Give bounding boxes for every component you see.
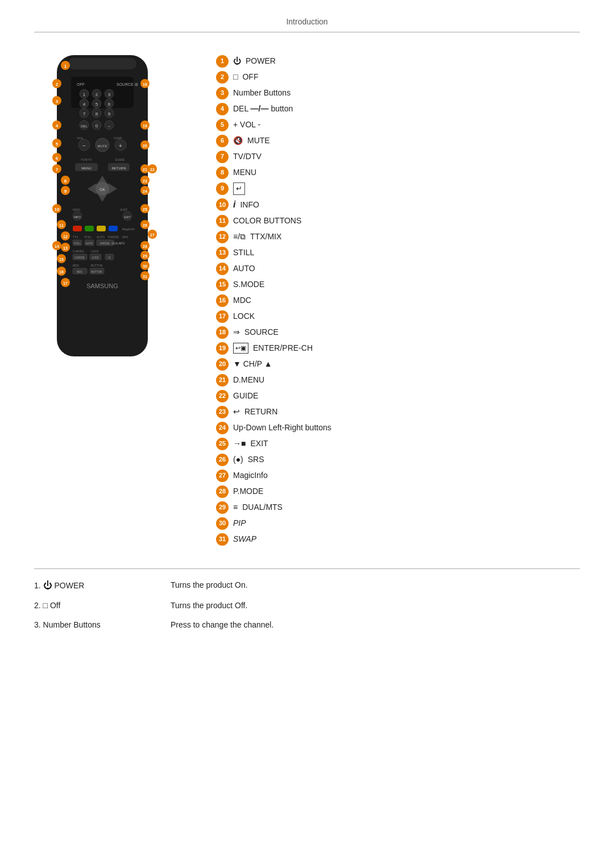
svg-text:11: 11 <box>59 223 64 227</box>
badge-16: 16 <box>216 294 229 307</box>
svg-text:STILL: STILL <box>74 242 81 245</box>
list-item: 23 ↩ RETURN <box>216 406 580 418</box>
svg-text:BUTTON: BUTTON <box>92 271 102 273</box>
badge-2: 2 <box>216 71 229 84</box>
svg-text:19: 19 <box>143 124 147 128</box>
list-item: 28 P.MODE <box>216 485 580 498</box>
svg-text:OFF: OFF <box>77 82 85 86</box>
list-item: 24 Up-Down Left-Right buttons <box>216 422 580 434</box>
label-text-20: ▼ CH/P ▲ <box>233 359 272 370</box>
svg-text:31: 31 <box>143 275 147 279</box>
list-item: 15 S.MODE <box>216 279 580 291</box>
list-item: 6 🔇 MUTE <box>216 135 580 147</box>
desc-item-1: 1. ⏻ POWER Turns the product On. <box>34 580 580 591</box>
badge-28: 28 <box>216 485 229 498</box>
badge-17: 17 <box>216 310 229 323</box>
svg-text:8: 8 <box>64 178 67 184</box>
label-text-27: MagicInfo <box>233 470 268 481</box>
svg-text:5: 5 <box>56 142 59 147</box>
svg-text:DEL: DEL <box>81 124 88 128</box>
svg-text:26: 26 <box>143 223 147 227</box>
badge-11: 11 <box>216 215 229 227</box>
label-icon-1: ⏻ <box>233 56 241 67</box>
badge-29: 29 <box>216 501 229 514</box>
svg-text:9: 9 <box>64 189 67 194</box>
badge-20: 20 <box>216 358 229 371</box>
svg-text:MDC: MDC <box>77 271 83 273</box>
desc-label-text-1: POWER <box>54 581 84 590</box>
svg-text:17: 17 <box>63 281 68 285</box>
list-item: 31 SWAP <box>216 533 580 546</box>
label-text-30: PIP <box>233 518 246 529</box>
list-item: 18 ⇒ SOURCE <box>216 326 580 339</box>
label-text-24: Up-Down Left-Right buttons <box>233 422 331 434</box>
label-text-14: AUTO <box>233 263 255 275</box>
svg-text:RETURN: RETURN <box>112 167 126 170</box>
svg-text:P.MODE: P.MODE <box>108 235 119 239</box>
badge-26: 26 <box>216 454 229 466</box>
svg-text:LOCK: LOCK <box>91 250 99 253</box>
svg-text:25: 25 <box>143 207 147 211</box>
label-text-10: INFO <box>240 200 259 211</box>
label-text-2: OFF <box>242 72 258 83</box>
svg-text:9: 9 <box>108 111 111 117</box>
label-text-8: MENU <box>233 167 256 178</box>
label-icon-26: (●) <box>233 454 243 466</box>
list-item: 3 Number Buttons <box>216 87 580 99</box>
svg-text:MUTE: MUTE <box>98 144 107 148</box>
svg-text:12: 12 <box>63 235 68 239</box>
list-item: 14 AUTO <box>216 263 580 275</box>
svg-text:27: 27 <box>150 233 155 237</box>
svg-text:14: 14 <box>55 244 59 248</box>
label-text-11: COLOR BUTTONS <box>233 215 301 227</box>
svg-text:BUTTON: BUTTON <box>91 264 103 267</box>
badge-22: 22 <box>216 390 229 402</box>
label-icon-10: i <box>233 198 235 211</box>
svg-text:AUTO: AUTO <box>86 242 93 245</box>
badge-19: 19 <box>216 342 229 355</box>
labels-list: 1 ⏻ POWER 2 □ OFF 3 Number Buttons 4 DEL… <box>216 49 580 546</box>
list-item: 1 ⏻ POWER <box>216 55 580 68</box>
badge-7: 7 <box>216 151 229 163</box>
svg-text:5: 5 <box>96 102 98 107</box>
page-header: Introduction <box>34 17 580 32</box>
svg-text:TTX: TTX <box>73 235 78 239</box>
label-text-18: SOURCE <box>244 327 279 338</box>
list-item: 2 □ OFF <box>216 71 580 84</box>
badge-21: 21 <box>216 374 229 387</box>
svg-rect-55 <box>73 226 82 231</box>
badge-10: 10 <box>216 198 229 211</box>
label-text-13: STILL <box>233 247 254 259</box>
desc-num-2: 2. <box>34 601 43 610</box>
svg-text:15: 15 <box>59 258 64 261</box>
svg-text:0: 0 <box>96 123 98 128</box>
label-text-29: DUAL/MTS <box>242 502 283 513</box>
label-text-5: + VOL - <box>233 119 260 131</box>
svg-text:10: 10 <box>55 207 60 212</box>
svg-text:3: 3 <box>108 92 111 97</box>
list-item: 5 + VOL - <box>216 119 580 131</box>
list-item: 9 ↵ <box>216 182 580 195</box>
svg-text:13: 13 <box>63 246 68 250</box>
svg-text:2: 2 <box>96 92 98 97</box>
svg-text:SRS: SRS <box>122 235 128 239</box>
page-container: Introduction OFF SOURCE ⊞ 1 2 <box>0 0 614 652</box>
label-text-4: DEL —/— button <box>233 103 293 115</box>
label-icon-29: ≡ <box>233 502 238 513</box>
label-text-23: RETURN <box>244 406 277 418</box>
list-item: 20 ▼ CH/P ▲ <box>216 358 580 371</box>
label-text-7: TV/DTV <box>233 151 262 163</box>
list-item: 29 ≡ DUAL/MTS <box>216 501 580 514</box>
label-icon-19: ↩▣ <box>233 343 248 354</box>
svg-text:I II: I II <box>107 256 110 259</box>
label-text-1: POWER <box>246 56 276 67</box>
svg-text:S.MODE: S.MODE <box>74 256 85 259</box>
list-item: 8 MENU <box>216 167 580 179</box>
list-item: 11 COLOR BUTTONS <box>216 215 580 227</box>
svg-text:P.MODE-: P.MODE- <box>100 242 111 245</box>
badge-24: 24 <box>216 422 229 434</box>
svg-text:6: 6 <box>56 156 59 161</box>
label-text-3: Number Buttons <box>233 88 291 99</box>
svg-text:INFO: INFO <box>74 215 81 219</box>
badge-13: 13 <box>216 247 229 259</box>
